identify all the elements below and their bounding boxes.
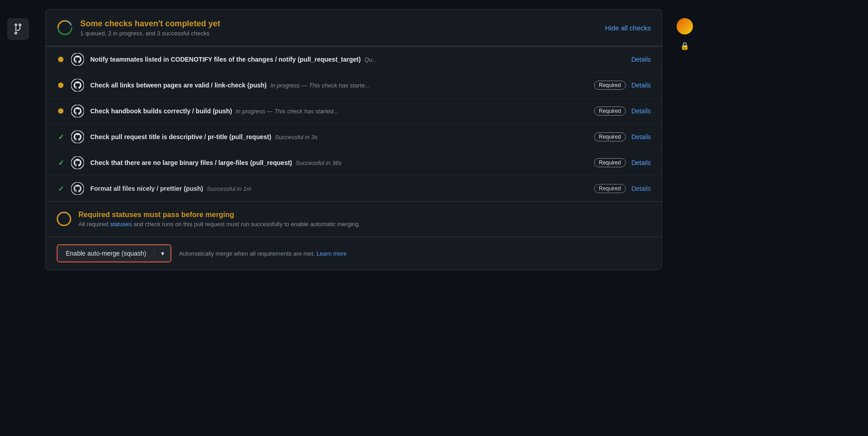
svg-point-8 [71,182,84,195]
github-logo-icon [71,105,84,117]
sidebar [0,9,36,40]
github-logo-icon [71,53,84,66]
check-item-right: Required Details [594,184,651,193]
check-name: Format all files nicely / prettier (push… [90,185,203,192]
git-branch-icon[interactable] [7,18,29,40]
lock-icon: 🔒 [680,42,689,50]
dot-inprogress [58,82,63,88]
details-link[interactable]: Details [631,82,651,89]
enable-auto-merge-button[interactable]: Enable auto-merge (squash) [58,245,154,262]
merge-action-container: Enable auto-merge (squash) ▾ [57,244,171,262]
hide-all-checks-button[interactable]: Hide all checks [605,24,651,32]
check-item-right: Required Details [594,158,651,167]
check-status-text: Successful in 36s [296,160,341,166]
status-success-icon: ✓ [57,159,65,167]
check-name: Check that there are no large binary fil… [90,159,292,166]
pending-circle-icon [57,212,71,226]
check-item: Check all links between pages are valid … [46,73,662,98]
github-logo-icon [71,156,84,169]
right-sidebar: 🔒 [671,9,698,50]
merge-dropdown-button[interactable]: ▾ [154,245,171,262]
check-item-right: Details [631,56,651,63]
status-success-icon: ✓ [57,184,65,193]
details-link[interactable]: Details [631,107,651,115]
merging-section: Required statuses must pass before mergi… [46,201,662,237]
status-queued-icon [57,55,65,63]
svg-point-5 [71,105,84,117]
avatar[interactable] [677,18,693,34]
check-status-text: Successful in 1m [207,185,251,192]
check-item: Check handbook builds correctly / build … [46,98,662,124]
merge-area: Enable auto-merge (squash) ▾ Automatical… [46,237,662,270]
required-badge: Required [594,158,626,167]
checkmark-success: ✓ [58,184,64,193]
github-logo-icon [71,182,84,195]
checks-subtitle: 1 queued, 2 in progress, and 3 successfu… [80,30,220,37]
check-text-group: Notify teammates listed in CODENOTIFY fi… [90,56,625,63]
dot-inprogress [58,108,63,114]
required-badge: Required [594,107,626,116]
details-link[interactable]: Details [631,185,651,192]
dropdown-arrow-icon: ▾ [161,250,164,257]
details-link[interactable]: Details [631,133,651,140]
svg-point-7 [71,156,84,169]
check-name: Check all links between pages are valid … [90,82,267,89]
checks-title-group: Some checks haven't completed yet 1 queu… [80,19,220,37]
learn-more-link[interactable]: Learn more [317,250,346,257]
github-logo-icon [71,131,84,143]
check-item: ✓ Check pull request title is descriptiv… [46,124,662,150]
status-success-icon: ✓ [57,133,65,141]
details-link[interactable]: Details [631,159,651,166]
svg-point-4 [71,79,84,92]
required-badge: Required [594,132,626,141]
check-name: Notify teammates listed in CODENOTIFY fi… [90,56,361,63]
check-text-group: Check all links between pages are valid … [90,82,588,89]
merging-text-group: Required statuses must pass before mergi… [78,211,360,228]
checks-panel: Some checks haven't completed yet 1 queu… [45,9,662,270]
check-item-right: Required Details [594,107,651,116]
check-name: Check pull request title is descriptive … [90,133,271,140]
statuses-link[interactable]: statuses [110,221,132,228]
check-status-text: Successful in 3s [275,134,317,140]
svg-point-6 [71,131,84,143]
merging-description: All required statuses and check runs on … [78,221,360,228]
required-badge: Required [594,184,626,193]
dot-queued [58,57,63,62]
check-item: Notify teammates listed in CODENOTIFY fi… [46,47,662,73]
check-item-right: Required Details [594,81,651,90]
progress-spinner-icon [57,19,73,36]
github-logo-icon [71,79,84,92]
required-badge: Required [594,81,626,90]
merging-title: Required statuses must pass before mergi… [78,211,360,219]
checks-header-left: Some checks haven't completed yet 1 queu… [57,19,220,37]
checkmark-success: ✓ [58,133,64,141]
status-inprogress-icon [57,81,65,89]
check-text-group: Format all files nicely / prettier (push… [90,185,588,192]
checks-title: Some checks haven't completed yet [80,19,220,29]
check-item: ✓ Format all files nicely / prettier (pu… [46,176,662,201]
check-status-text: In progress — This check has started... [236,108,338,115]
checks-list: Notify teammates listed in CODENOTIFY fi… [46,46,662,201]
check-item: ✓ Check that there are no large binary f… [46,150,662,176]
merge-desc-prefix: Automatically merge when all requirement… [179,250,316,257]
check-status-text: Qu... [364,56,377,63]
check-status-text: In progress — This check has starte... [270,82,370,89]
merge-description: Automatically merge when all requirement… [179,250,346,257]
check-item-right: Required Details [594,132,651,141]
checks-header: Some checks haven't completed yet 1 queu… [46,10,662,46]
details-link[interactable]: Details [631,56,651,63]
svg-point-3 [71,53,84,66]
check-name: Check handbook builds correctly / build … [90,107,232,115]
status-inprogress-icon [57,107,65,115]
check-text-group: Check pull request title is descriptive … [90,133,588,140]
check-text-group: Check handbook builds correctly / build … [90,107,588,115]
checkmark-success: ✓ [58,159,64,167]
check-text-group: Check that there are no large binary fil… [90,159,588,166]
merging-desc-prefix: All required [78,221,110,228]
main-content: Some checks haven't completed yet 1 queu… [36,9,671,270]
merging-desc-suffix: and check runs on this pull request must… [132,221,361,228]
